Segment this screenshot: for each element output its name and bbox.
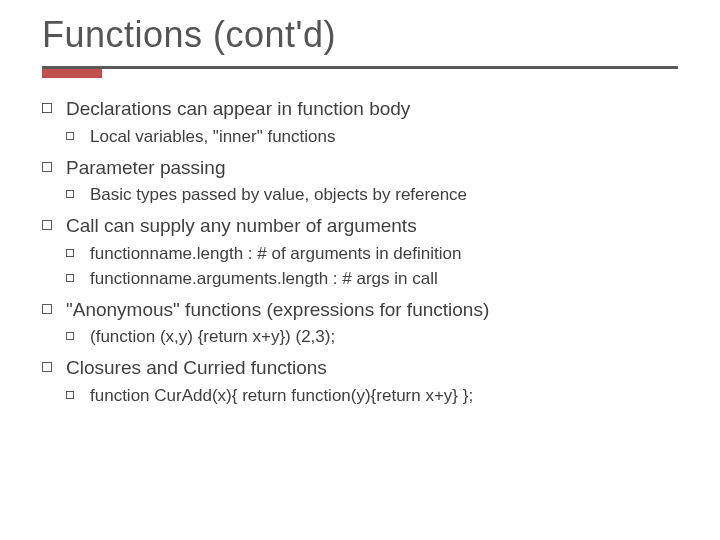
- square-bullet-icon: [66, 129, 74, 144]
- sub-list: (function (x,y) {return x+y}) (2,3);: [66, 326, 678, 349]
- slide-content: Declarations can appear in function body…: [42, 96, 678, 408]
- sub-list: Local variables, "inner" functions: [66, 126, 678, 149]
- square-bullet-icon: [42, 301, 52, 319]
- list-item: (function (x,y) {return x+y}) (2,3);: [66, 326, 678, 349]
- item-text: function CurAdd(x){ return function(y){r…: [90, 386, 473, 405]
- sub-list: function CurAdd(x){ return function(y){r…: [66, 385, 678, 408]
- list-item: Basic types passed by value, objects by …: [66, 184, 678, 207]
- item-text: Closures and Curried functions: [66, 357, 327, 378]
- square-bullet-icon: [66, 187, 74, 202]
- item-text: Declarations can appear in function body: [66, 98, 410, 119]
- item-text: functionname.length : # of arguments in …: [90, 244, 461, 263]
- sub-list: Basic types passed by value, objects by …: [66, 184, 678, 207]
- list-item: Call can supply any number of arguments …: [42, 213, 678, 291]
- square-bullet-icon: [66, 246, 74, 261]
- list-item: function CurAdd(x){ return function(y){r…: [66, 385, 678, 408]
- item-text: "Anonymous" functions (expressions for f…: [66, 299, 489, 320]
- item-text: (function (x,y) {return x+y}) (2,3);: [90, 327, 335, 346]
- slide: Functions (cont'd) Declarations can appe…: [0, 0, 720, 540]
- list-item: functionname.length : # of arguments in …: [66, 243, 678, 266]
- square-bullet-icon: [42, 359, 52, 377]
- sub-list: functionname.length : # of arguments in …: [66, 243, 678, 291]
- item-text: Local variables, "inner" functions: [90, 127, 335, 146]
- square-bullet-icon: [42, 217, 52, 235]
- outline-list: Declarations can appear in function body…: [42, 96, 678, 408]
- list-item: Closures and Curried functions function …: [42, 355, 678, 408]
- item-text: Call can supply any number of arguments: [66, 215, 417, 236]
- list-item: "Anonymous" functions (expressions for f…: [42, 297, 678, 350]
- list-item: Parameter passing Basic types passed by …: [42, 155, 678, 208]
- title-divider: [42, 66, 678, 78]
- list-item: Local variables, "inner" functions: [66, 126, 678, 149]
- item-text: functionname.arguments.length : # args i…: [90, 269, 438, 288]
- item-text: Parameter passing: [66, 157, 225, 178]
- square-bullet-icon: [42, 100, 52, 118]
- divider-line: [42, 66, 678, 69]
- slide-title: Functions (cont'd): [42, 14, 678, 56]
- square-bullet-icon: [42, 159, 52, 177]
- list-item: functionname.arguments.length : # args i…: [66, 268, 678, 291]
- divider-accent: [42, 69, 102, 78]
- square-bullet-icon: [66, 329, 74, 344]
- item-text: Basic types passed by value, objects by …: [90, 185, 467, 204]
- square-bullet-icon: [66, 271, 74, 286]
- square-bullet-icon: [66, 388, 74, 403]
- list-item: Declarations can appear in function body…: [42, 96, 678, 149]
